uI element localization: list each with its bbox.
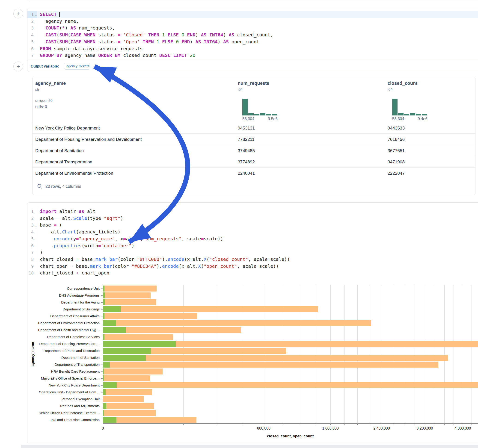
line-number: 6	[27, 45, 37, 52]
code-line: 6FROM sample_data.nyc.service_requests	[27, 45, 478, 52]
add-cell-button-top[interactable]: +	[13, 9, 23, 19]
table-cell: 9443533	[388, 122, 405, 134]
dataframe-footer: 20 rows, 4 columns	[32, 178, 475, 195]
line-number: 10	[27, 270, 37, 277]
table-cell: New York City Police Department	[35, 122, 100, 134]
output-variable-row: Output variable: agency_tickets	[27, 61, 478, 72]
code-line: 3⌄base = (	[27, 222, 478, 229]
column-name: closed_count	[388, 81, 417, 86]
histogram-bar	[410, 113, 415, 115]
table-cell: 2240041	[238, 168, 255, 179]
table-row[interactable]: Department of Sanitation37494853677651	[32, 145, 475, 156]
column-type: i64	[388, 87, 392, 92]
code-line: 10chart_closed + chart_open	[27, 270, 478, 277]
code-line: 5 .encode(y="agency_name", x=alt.X("num_…	[27, 236, 478, 243]
code-line: 2 agency_name,	[27, 18, 478, 25]
table-cell: Department of Transportation	[35, 156, 92, 168]
code-line: 3 COUNT(*) AS num_requests,	[27, 25, 478, 31]
line-number: 4	[27, 229, 37, 236]
search-icon[interactable]	[37, 184, 42, 189]
table-row[interactable]: Department of Environmental Protection22…	[32, 167, 475, 179]
column-histogram	[392, 99, 427, 115]
table-cell: 3749485	[238, 145, 255, 156]
text-cursor	[59, 12, 60, 17]
histogram-bar	[392, 99, 397, 115]
code-line: 9chart_open = base.mark_bar(color="#8BC3…	[27, 263, 478, 270]
collapse-chevron-icon[interactable]: ⌄	[35, 12, 37, 19]
code-line: 8chart_closed = base.mark_bar(color="#FF…	[27, 256, 478, 263]
column-type: str	[35, 87, 39, 92]
histogram-bar	[416, 114, 421, 115]
line-number: 4	[27, 31, 37, 38]
histogram-bar	[404, 114, 409, 115]
table-cell: 7782211	[238, 134, 255, 145]
output-variable-label: Output variable:	[31, 64, 59, 68]
line-number: 1⌄	[27, 11, 37, 18]
histogram-min-label: 53,304	[392, 117, 404, 121]
histogram-range-labels: 53,3049.5e6	[242, 117, 278, 121]
column-stat: nulls: 0	[35, 105, 47, 109]
column-header[interactable]: closed_counti6453,3049.4e6	[388, 77, 475, 122]
table-row[interactable]: Department of Transportation377489234719…	[32, 156, 475, 167]
dataframe-preview: agency_namestrunique: 20nulls: 0num_requ…	[32, 77, 475, 195]
histogram-bar	[248, 113, 254, 115]
code-line: 1⌄SELECT	[27, 11, 478, 18]
column-type: i64	[238, 87, 243, 92]
line-number: 3⌄	[27, 222, 37, 229]
code-line: 4 CAST(SUM(CASE WHEN status = 'Closed' T…	[27, 31, 478, 38]
line-number: 5	[27, 236, 37, 243]
line-number: 2	[27, 215, 37, 222]
output-variable-chip[interactable]: agency_tickets	[64, 63, 90, 70]
histogram-range-labels: 53,3049.4e6	[392, 117, 428, 121]
line-number: 7	[27, 249, 37, 256]
table-cell: 2222847	[388, 168, 405, 179]
code-line: 1import altair as alt	[27, 208, 478, 215]
table-cell: 3471908	[388, 156, 405, 168]
code-line: 7GROUP BY agency_name ORDER BY closed_co…	[27, 52, 478, 59]
collapse-chevron-icon[interactable]: ⌄	[35, 222, 37, 229]
code-line: 5 CAST(SUM(CASE WHEN status = 'Open' THE…	[27, 38, 478, 45]
row-column-count: 20 rows, 4 columns	[45, 184, 81, 189]
column-histogram	[242, 99, 277, 115]
histogram-bar	[272, 114, 277, 115]
column-header[interactable]: agency_namestrunique: 20nulls: 0	[35, 77, 174, 122]
line-number: 3	[27, 25, 37, 31]
code-line: 4 alt.Chart(agency_tickets)	[27, 229, 478, 236]
column-name: agency_name	[35, 81, 66, 86]
line-number: 9	[27, 263, 37, 270]
table-cell: 3774892	[238, 156, 255, 168]
sql-cell: 1⌄SELECT 2 agency_name,3 COUNT(*) AS num…	[27, 8, 478, 72]
table-row[interactable]: New York City Police Department945313194…	[32, 122, 475, 133]
histogram-bar	[254, 114, 259, 115]
code-line: 2scale = alt.Scale(type="sqrt")	[27, 215, 478, 222]
sql-code-editor[interactable]: 1⌄SELECT 2 agency_name,3 COUNT(*) AS num…	[27, 8, 478, 59]
table-cell: 7618456	[388, 134, 405, 145]
previous-cell-remnant	[27, 0, 478, 1]
code-line: 6 .properties(width="container")	[27, 243, 478, 249]
table-cell: Department of Housing Preservation and D…	[35, 134, 142, 145]
column-header[interactable]: num_requestsi6453,3049.5e6	[238, 77, 376, 122]
table-cell: Department of Environmental Protection	[35, 168, 113, 179]
line-number: 2	[27, 18, 37, 25]
next-cell-remnant	[21, 445, 478, 448]
python-code-editor[interactable]: 1import altair as alt2scale = alt.Scale(…	[27, 203, 478, 277]
python-cell: 1import altair as alt2scale = alt.Scale(…	[27, 202, 478, 444]
add-cell-button-middle[interactable]: +	[13, 62, 23, 71]
line-number: 8	[27, 256, 37, 263]
histogram-min-label: 53,304	[242, 117, 254, 121]
line-number: 1	[27, 208, 37, 215]
histogram-bar	[398, 113, 403, 115]
code-line: 7)	[27, 249, 478, 256]
histogram-max-label: 9.4e6	[418, 117, 428, 121]
line-number: 7	[27, 52, 37, 59]
histogram-bar	[260, 113, 265, 115]
table-row[interactable]: Department of Housing Preservation and D…	[32, 133, 475, 145]
histogram-bar	[266, 114, 271, 115]
table-cell: Department of Sanitation	[35, 145, 84, 156]
table-cell: 9453131	[238, 122, 255, 134]
line-number: 5	[27, 38, 37, 45]
histogram-bar	[242, 99, 248, 115]
column-name: num_requests	[238, 81, 269, 86]
histogram-bar	[422, 114, 427, 115]
table-cell: 3677651	[388, 145, 405, 156]
